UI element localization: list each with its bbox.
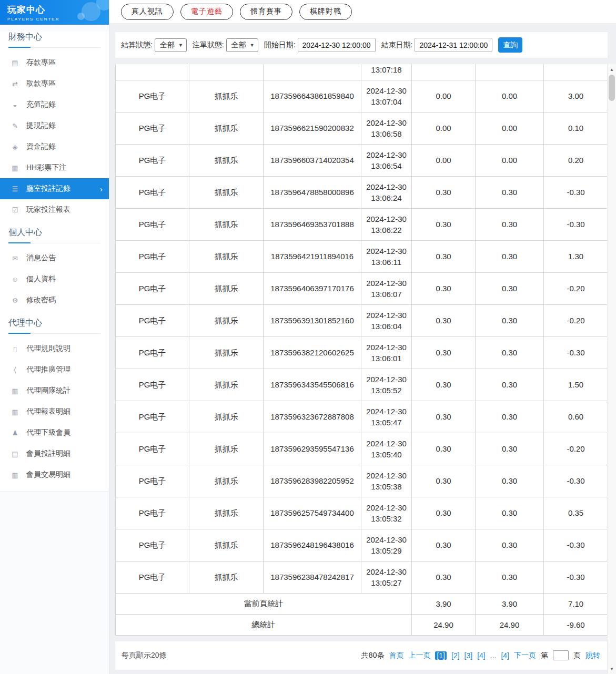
tab-live-video[interactable]: 真人視訊 bbox=[121, 4, 174, 20]
summary-bet: 3.90 bbox=[412, 593, 476, 614]
cell-order-no: 1873596293595547136 bbox=[264, 433, 361, 465]
table-row: PG电子 抓抓乐 1873596257549734400 2024-12-301… bbox=[116, 497, 608, 529]
cell-order-no: 1873596643861859840 bbox=[264, 80, 361, 112]
sidebar-item-member-transaction-detail[interactable]: ▥ 會員交易明細 bbox=[0, 464, 109, 485]
cell-platform: PG电子 bbox=[116, 401, 189, 433]
summary-valid-bet: 24.90 bbox=[476, 614, 544, 635]
page-size-text: 每頁顯示20條 bbox=[122, 651, 167, 660]
sidebar-section-title: 個人中心 bbox=[8, 227, 100, 243]
scrollbar-thumb[interactable] bbox=[609, 75, 615, 101]
sidebar-item-agent-promotion[interactable]: ⟨ 代理推廣管理 bbox=[0, 359, 109, 380]
sidebar-item-announcements[interactable]: ✉ 消息公告 bbox=[0, 248, 109, 269]
order-status-select[interactable]: 全部 ▼ bbox=[226, 38, 258, 52]
sidebar-item-deposit-zone[interactable]: ▤ 存款專區 bbox=[0, 52, 109, 73]
cell-datetime: 2024-12-3013:06:22 bbox=[361, 208, 412, 240]
bet-records-table: 13:07:18 PG电子 抓抓乐 1873596643861859840 20… bbox=[115, 64, 608, 636]
cell-platform: PG电子 bbox=[116, 529, 189, 561]
end-date-label: 結束日期: bbox=[381, 40, 413, 50]
table-row-partial: 13:07:18 bbox=[116, 64, 608, 80]
cell-valid-bet: 0.30 bbox=[476, 336, 544, 369]
sidebar-item-player-bet-report[interactable]: ☑ 玩家投注報表 bbox=[0, 199, 109, 220]
summary-bet: 24.90 bbox=[412, 614, 476, 635]
search-button[interactable]: 查詢 bbox=[498, 37, 522, 53]
sidebar-item-label: 代理推廣管理 bbox=[26, 365, 70, 374]
cell-order-no: 1873596421911894016 bbox=[264, 240, 361, 272]
cell-bet-amount: 0.00 bbox=[412, 144, 476, 176]
prev-page-link[interactable]: 上一页 bbox=[408, 651, 430, 660]
jump-link[interactable]: 跳转 bbox=[585, 651, 600, 660]
page-number-link[interactable]: [4] bbox=[477, 651, 486, 660]
page-number-link[interactable]: [3] bbox=[464, 651, 473, 660]
cell-valid-bet: 0.30 bbox=[476, 465, 544, 497]
start-date-input[interactable] bbox=[298, 38, 376, 52]
sidebar-item-agent-team-stats[interactable]: ▥ 代理團隊統計 bbox=[0, 380, 109, 401]
table-row: PG电子 抓抓乐 1873596382120602625 2024-12-301… bbox=[116, 336, 608, 369]
summary-win-loss: -9.60 bbox=[544, 614, 608, 635]
cell-empty bbox=[264, 64, 361, 80]
cell-datetime: 2024-12-3013:07:04 bbox=[361, 80, 412, 112]
member-bet-detail-icon: ▤ bbox=[11, 450, 19, 458]
cell-valid-bet: 0.30 bbox=[476, 561, 544, 593]
sidebar-item-agent-sub-members[interactable]: ♟ 代理下級會員 bbox=[0, 422, 109, 443]
cell-bet-amount: 0.00 bbox=[412, 112, 476, 144]
scroll-down-arrow-icon[interactable]: ▼ bbox=[608, 665, 616, 673]
sidebar-item-label: 會員投註明細 bbox=[26, 449, 70, 458]
cell-win-loss: -0.30 bbox=[544, 561, 608, 593]
cell-datetime: 2024-12-3013:06:24 bbox=[361, 176, 412, 208]
sidebar-item-hh-lottery-bet[interactable]: ▦ HH彩票下注 bbox=[0, 157, 109, 178]
cell-bet-amount: 0.30 bbox=[412, 465, 476, 497]
first-page-link[interactable]: 首页 bbox=[389, 651, 403, 660]
cell-order-no: 1873596406397170176 bbox=[264, 272, 361, 304]
player-bet-report-icon: ☑ bbox=[11, 206, 19, 214]
page-number-link[interactable]: [4] bbox=[501, 651, 509, 660]
summary-label: 總統計 bbox=[116, 614, 412, 635]
sidebar-item-label: 存款專區 bbox=[26, 58, 56, 67]
tab-board-card-battle[interactable]: 棋牌對戰 bbox=[299, 4, 352, 20]
cell-valid-bet: 0.30 bbox=[476, 304, 544, 336]
table-row: PG电子 抓抓乐 1873596421911894016 2024-12-301… bbox=[116, 240, 608, 272]
vertical-scrollbar[interactable]: ▲ ▼ bbox=[607, 64, 616, 674]
pagination-bar: 每頁顯示20條 共80条 首页 上一页 [1][2][3][4]...[4] 下… bbox=[115, 641, 608, 670]
sidebar-item-label: 消息公告 bbox=[26, 253, 56, 263]
sidebar-item-withdraw-zone[interactable]: ⇄ 取款專區 bbox=[0, 73, 109, 94]
app-title: 玩家中心 bbox=[7, 4, 109, 16]
sidebar-item-change-password[interactable]: ⚙ 修改密碼 bbox=[0, 290, 109, 311]
page-number-link[interactable]: [1] bbox=[435, 651, 447, 660]
cell-platform: PG电子 bbox=[116, 433, 189, 465]
deposit-zone-icon: ▤ bbox=[11, 59, 19, 67]
sidebar-item-member-bet-detail[interactable]: ▤ 會員投註明細 bbox=[0, 443, 109, 464]
sidebar-item-label: 廳室投註記錄 bbox=[26, 184, 70, 193]
agent-team-stats-icon: ▥ bbox=[11, 387, 19, 395]
cell-win-loss: 1.50 bbox=[544, 369, 608, 401]
page-ellipsis: ... bbox=[490, 651, 497, 660]
sidebar-item-room-bet-records[interactable]: ☰ 廳室投註記錄 › bbox=[0, 178, 109, 199]
pagination-controls: 共80条 首页 上一页 [1][2][3][4]...[4] 下一页 第 页 跳… bbox=[361, 650, 600, 660]
sidebar-item-agent-rules[interactable]: ▯ 代理規則說明 bbox=[0, 338, 109, 359]
cell-platform: PG电子 bbox=[116, 80, 189, 112]
sidebar-item-funds-records[interactable]: ◈ 資金記錄 bbox=[0, 136, 109, 157]
settle-status-select[interactable]: 全部 ▼ bbox=[155, 38, 187, 52]
cell-platform: PG电子 bbox=[116, 272, 189, 304]
hh-lottery-bet-icon: ▦ bbox=[11, 164, 19, 172]
jump-page-input[interactable] bbox=[553, 650, 569, 660]
sidebar-item-agent-report-detail[interactable]: ▥ 代理報表明細 bbox=[0, 401, 109, 422]
main-content: 真人視訊 電子遊藝 體育賽事 棋牌對戰 結算狀態: 全部 ▼ 注單狀態: 全部 … bbox=[109, 0, 616, 674]
tab-electronic-games[interactable]: 電子遊藝 bbox=[180, 4, 233, 20]
tab-sports-events[interactable]: 體育賽事 bbox=[240, 4, 292, 20]
end-date-input[interactable] bbox=[415, 38, 492, 52]
sidebar-item-profile[interactable]: ☺ 個人資料 bbox=[0, 269, 109, 290]
sidebar-item-recharge-records[interactable]: ◒ 充值記錄 bbox=[0, 94, 109, 115]
app-subtitle: PLAYERS CENTER bbox=[7, 17, 109, 22]
cell-valid-bet: 0.30 bbox=[476, 433, 544, 465]
table-row: PG电子 抓抓乐 1873596643861859840 2024-12-301… bbox=[116, 80, 608, 112]
table-row: PG电子 抓抓乐 1873596478858000896 2024-12-301… bbox=[116, 176, 608, 208]
cell-order-no: 1873596469353701888 bbox=[264, 208, 361, 240]
cell-valid-bet: 0.00 bbox=[476, 144, 544, 176]
scroll-up-arrow-icon[interactable]: ▲ bbox=[608, 65, 616, 74]
next-page-link[interactable]: 下一页 bbox=[514, 651, 536, 660]
page-number-link[interactable]: [2] bbox=[451, 651, 460, 660]
cell-game: 抓抓乐 bbox=[189, 304, 264, 336]
cell-bet-amount: 0.30 bbox=[412, 561, 476, 593]
sidebar-item-withdrawal-records[interactable]: ✎ 提現記錄 bbox=[0, 115, 109, 136]
cell-platform: PG电子 bbox=[116, 304, 189, 336]
